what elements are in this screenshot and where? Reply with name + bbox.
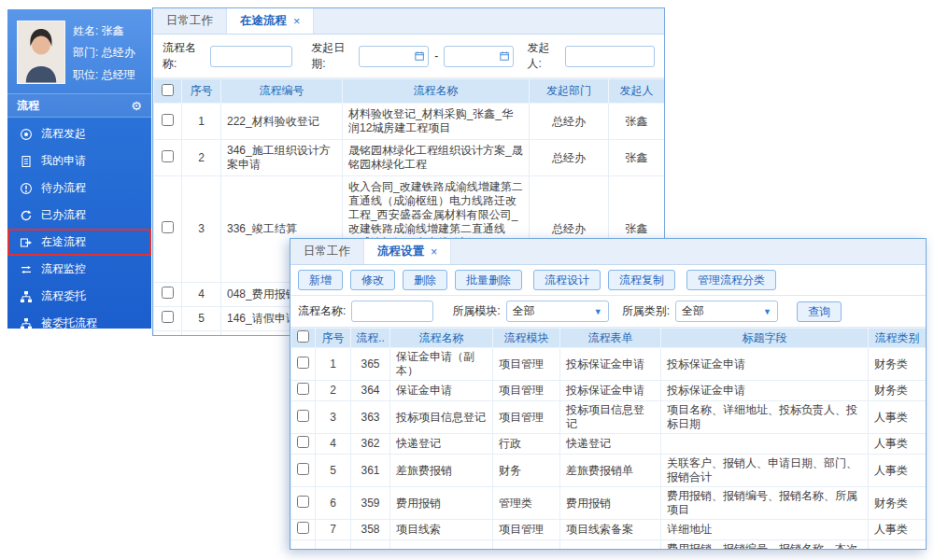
tab-daily-work[interactable]: 日常工作 (290, 239, 364, 264)
date-to-input[interactable] (448, 49, 500, 63)
sidebar-item-completed[interactable]: 已办流程 (7, 202, 151, 229)
row-no: 3 (182, 176, 221, 283)
row-no: 5 (182, 307, 221, 331)
sidebar-item-monitoring[interactable]: 流程监控 (7, 256, 151, 283)
col-header-title-fields: 标题字段 (661, 329, 869, 348)
row-form: 快递登记 (560, 434, 661, 455)
row-form: 费用报销 (560, 540, 661, 551)
sidebar-item-my-applications[interactable]: 我的申请 (7, 147, 151, 175)
calendar-icon[interactable] (500, 50, 509, 62)
row-checkbox[interactable] (297, 463, 309, 475)
row-category: 财务类 (869, 540, 927, 551)
row-name: 差旅费报销 (390, 455, 493, 487)
sidebar-item-delegated-to-me[interactable]: 被委托流程 (7, 310, 151, 337)
table-row[interactable]: 2 364 保证金申请 项目管理 投标保证金申请 投标保证金申请 财务类 (291, 381, 927, 401)
process-name-input[interactable] (351, 301, 433, 322)
row-code: 359 (351, 487, 390, 520)
select-all-checkbox[interactable] (297, 330, 309, 343)
sidebar: 姓名: 张鑫 部门: 总经办 职位: 总经理 流程 ⚙ 流程发起 我的申请 (7, 9, 151, 329)
row-name: 晟铭园林绿化工程组织设计方案_晟铭园林绿化工程 (343, 140, 530, 176)
module-select[interactable]: 全部 ▼ (506, 301, 609, 322)
table-row[interactable]: 5 361 差旅费报销 财务 差旅费报销单 关联客户、报销人、申请日期、部门、报… (291, 455, 927, 487)
sidebar-section-title: 流程 (17, 98, 39, 114)
row-form: 费用报销 (560, 487, 661, 520)
row-checkbox[interactable] (162, 311, 174, 323)
filter-name-label: 流程名称: (298, 303, 346, 319)
delete-button[interactable]: 删除 (403, 270, 447, 290)
date-separator: - (434, 49, 438, 63)
category-select[interactable]: 全部 ▼ (675, 301, 778, 322)
table-row[interactable]: 8 357 测试费用报销 财务 费用报销 费用报销、报销编号、报销名称、本次报销… (291, 540, 927, 551)
row-checkbox[interactable] (297, 522, 309, 534)
date-to-field[interactable] (444, 46, 514, 67)
tab-label: 日常工作 (166, 13, 213, 29)
row-checkbox[interactable] (297, 436, 309, 448)
table-row[interactable]: 1 222_材料验收登记 材料验收登记_材料采购_张鑫_华润12城房建工程项目 … (154, 104, 665, 140)
close-tab-icon[interactable]: × (293, 15, 300, 28)
add-button[interactable]: 新增 (298, 270, 343, 290)
table-row[interactable]: 1 365 保证金申请（副本） 项目管理 投标保证金申请 投标保证金申请 财务类 (291, 348, 927, 381)
table-row[interactable]: 7 358 项目线索 项目管理 项目线索备案 详细地址 人事类 (291, 520, 927, 540)
settings-gear-icon[interactable]: ⚙ (131, 100, 142, 112)
select-all-checkbox[interactable] (162, 84, 174, 96)
tab-daily-work[interactable]: 日常工作 (153, 8, 227, 34)
row-checkbox[interactable] (297, 496, 309, 508)
sidebar-item-in-transit[interactable]: 在途流程 (7, 229, 151, 256)
row-checkbox[interactable] (162, 150, 174, 162)
sidebar-item-pending[interactable]: 待办流程 (7, 175, 151, 202)
tab-process-settings[interactable]: 流程设置 × (364, 239, 451, 264)
row-checkbox-cell (291, 401, 316, 434)
date-from-field[interactable] (359, 46, 429, 67)
manage-category-button[interactable]: 管理流程分类 (686, 270, 776, 290)
modify-button[interactable]: 修改 (350, 270, 395, 290)
row-dept: 总经办 (530, 104, 609, 140)
initiator-input[interactable] (565, 46, 655, 67)
row-dept: 总经办 (530, 140, 609, 176)
row-checkbox[interactable] (162, 114, 174, 126)
close-tab-icon[interactable]: × (431, 245, 437, 259)
chevron-down-icon: ▼ (594, 307, 602, 316)
col-header-category: 流程类别 (869, 329, 927, 348)
filter-module-label: 所属模块: (452, 303, 500, 319)
sidebar-item-label: 在途流程 (41, 234, 86, 250)
sidebar-item-label: 流程监控 (41, 261, 86, 277)
sidebar-item-process-start[interactable]: 流程发起 (7, 120, 151, 147)
tab-in-transit[interactable]: 在途流程 × (227, 8, 314, 34)
filter-bar: 流程名称: 所属模块: 全部 ▼ 所属类别: 全部 ▼ 查询 (290, 296, 926, 328)
col-header-dept: 发起部门 (530, 79, 609, 104)
calendar-icon[interactable] (415, 50, 424, 62)
col-header-name: 流程名称 (390, 329, 493, 348)
row-checkbox[interactable] (297, 549, 309, 551)
row-checkbox[interactable] (297, 357, 309, 369)
col-header-person: 发起人 (609, 79, 665, 104)
table-row[interactable]: 6 359 费用报销 管理类 费用报销 费用报销、报销编号、报销名称、所属项目 … (291, 487, 927, 520)
table-row[interactable]: 3 363 投标项目信息登记 项目管理 投标项目信息登记 项目名称、详细地址、投… (291, 401, 927, 434)
process-design-button[interactable]: 流程设计 (533, 270, 601, 290)
row-checkbox[interactable] (297, 383, 309, 395)
process-name-input[interactable] (210, 46, 292, 67)
row-checkbox[interactable] (297, 410, 309, 422)
row-module: 行政 (493, 434, 560, 455)
profile-photo (17, 21, 65, 84)
col-header-module: 流程模块 (493, 329, 560, 348)
row-checkbox-cell (291, 455, 316, 487)
search-button[interactable]: 查询 (797, 301, 842, 322)
table-row[interactable]: 4 362 快递登记 行政 快递登记 人事类 (291, 434, 927, 455)
row-title-fields: 投标保证金申请 (661, 348, 869, 381)
row-form: 项目线索备案 (560, 520, 661, 540)
date-from-input[interactable] (363, 49, 415, 63)
row-checkbox[interactable] (162, 221, 174, 233)
sidebar-item-label: 流程发起 (41, 126, 86, 142)
table-row[interactable]: 2 346_施工组织设计方案申请 晟铭园林绿化工程组织设计方案_晟铭园林绿化工程… (154, 140, 665, 176)
sidebar-item-delegation[interactable]: 流程委托 (7, 283, 151, 310)
row-form: 投标保证金申请 (560, 381, 661, 401)
process-copy-button[interactable]: 流程复制 (608, 270, 675, 290)
row-checkbox[interactable] (162, 287, 174, 299)
sitemap-icon (20, 290, 33, 303)
toolbar: 新增 修改 删除 批量删除 流程设计 流程复制 管理流程分类 (290, 265, 926, 296)
row-checkbox-cell (154, 307, 182, 331)
row-checkbox[interactable] (162, 335, 174, 336)
row-no: 1 (316, 348, 351, 381)
row-code: 358 (351, 520, 390, 540)
batch-delete-button[interactable]: 批量删除 (455, 270, 522, 290)
